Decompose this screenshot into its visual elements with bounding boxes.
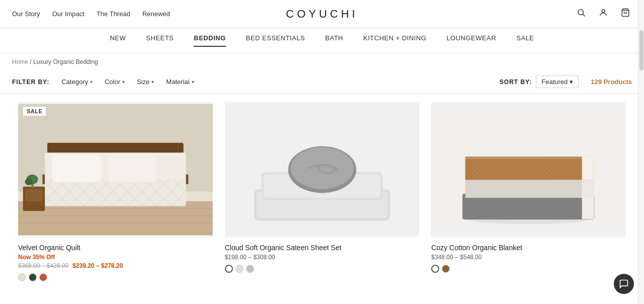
product-count: 129 Products (591, 78, 632, 86)
product-image-1: SALE (18, 102, 213, 238)
sale-badge: SALE (23, 107, 46, 116)
product-name-1: Velvet Organic Quilt (18, 244, 213, 252)
filter-size-label: Size (137, 78, 149, 86)
swatch-linen[interactable] (235, 265, 244, 273)
top-bar: Our Story Our Impact The Thread Renewed … (0, 0, 644, 28)
svg-point-2 (602, 10, 605, 13)
svg-rect-16 (52, 155, 101, 182)
svg-rect-42 (582, 157, 594, 180)
top-right-icons (575, 6, 632, 22)
svg-point-22 (25, 178, 33, 185)
product-image-svg-3 (431, 102, 626, 238)
main-nav: NEW SHEETS BEDDING BED ESSENTIALS BATH K… (0, 28, 644, 53)
swatch-white-2[interactable] (431, 265, 439, 273)
chevron-down-icon: ▾ (151, 79, 154, 85)
sort-label: SORT BY: (500, 79, 532, 86)
product-grid: SALE (0, 94, 644, 293)
product-image-svg-2 (225, 102, 420, 238)
svg-rect-43 (465, 157, 582, 159)
product-swatches-2 (225, 265, 420, 273)
product-image-3 (431, 102, 626, 238)
product-card-velvet-quilt[interactable]: SALE (12, 102, 219, 293)
product-sale-price-1: $239.20 – $278.20 (72, 262, 123, 269)
filter-material-label: Material (166, 78, 189, 86)
breadcrumb-home[interactable]: Home (12, 58, 28, 65)
sort-selected: Featured (541, 78, 568, 86)
svg-rect-15 (45, 179, 186, 206)
svg-point-30 (290, 147, 354, 189)
product-original-price-1: $368.00 – $428.00 (18, 262, 68, 269)
nav-item-sheets[interactable]: SHEETS (146, 34, 174, 47)
nav-link-the-thread[interactable]: The Thread (97, 10, 130, 18)
svg-line-1 (583, 14, 585, 16)
filter-size[interactable]: Size ▾ (133, 76, 158, 88)
scrollbar-track[interactable] (638, 0, 644, 293)
chat-button[interactable] (614, 274, 634, 293)
account-button[interactable] (597, 6, 610, 22)
nav-item-bed-essentials[interactable]: BED ESSENTIALS (246, 34, 305, 47)
filter-material[interactable]: Material ▾ (162, 76, 198, 88)
breadcrumb-current: Luxury Organic Bedding (33, 58, 98, 65)
chevron-down-icon: ▾ (192, 79, 194, 85)
product-sale-text-1: Now 35% Off (18, 254, 213, 261)
top-links: Our Story Our Impact The Thread Renewed (12, 10, 170, 18)
cart-icon (621, 8, 630, 17)
product-price-row-1: $368.00 – $428.00 $239.20 – $278.20 (18, 262, 213, 269)
filter-color-label: Color (105, 78, 120, 86)
product-name-2: Cloud Soft Organic Sateen Sheet Set (225, 244, 420, 252)
filter-color[interactable]: Color ▾ (101, 76, 129, 88)
filter-label: FILTER BY: (12, 79, 49, 86)
svg-rect-6 (18, 201, 213, 236)
product-image-2 (225, 102, 420, 238)
svg-rect-17 (108, 155, 157, 182)
swatch-caramel[interactable] (442, 265, 450, 273)
swatch-white[interactable] (225, 265, 233, 273)
product-card-sheet-set[interactable]: Cloud Soft Organic Sateen Sheet Set $198… (219, 102, 426, 293)
sort-section: SORT BY: Featured ▾ 129 Products (500, 75, 632, 88)
nav-link-renewed[interactable]: Renewed (142, 10, 170, 18)
nav-item-bedding[interactable]: BEDDING (194, 34, 225, 47)
cart-button[interactable] (619, 6, 632, 22)
product-image-svg-1 (18, 102, 213, 238)
filter-bar: FILTER BY: Category ▾ Color ▾ Size ▾ Mat… (0, 70, 644, 94)
nav-item-new[interactable]: NEW (110, 34, 126, 47)
account-icon (599, 8, 608, 17)
nav-item-loungewear[interactable]: LOUNGEWEAR (446, 34, 496, 47)
product-swatches-3 (431, 265, 626, 273)
scrollbar-thumb[interactable] (639, 30, 643, 70)
chat-icon (619, 279, 629, 289)
swatch-terracotta[interactable] (39, 273, 47, 281)
product-price-2: $198.00 – $308.00 (225, 254, 420, 261)
chevron-down-icon: ▾ (90, 79, 93, 85)
breadcrumb: Home / Luxury Organic Bedding (0, 53, 644, 70)
filter-category-label: Category (61, 78, 88, 86)
nav-item-kitchen-dining[interactable]: KITCHEN + DINING (363, 34, 426, 47)
product-swatches-1 (18, 273, 213, 281)
chevron-down-icon: ▾ (122, 79, 125, 85)
site-logo[interactable]: COYUCHI (286, 8, 358, 21)
swatch-natural[interactable] (18, 273, 26, 281)
product-name-3: Cozy Cotton Organic Blanket (431, 244, 626, 252)
swatch-forest[interactable] (29, 273, 37, 281)
nav-item-sale[interactable]: SALE (516, 34, 534, 47)
sort-dropdown[interactable]: Featured ▾ (536, 75, 579, 88)
svg-rect-41 (465, 157, 594, 180)
product-card-blanket[interactable]: Cozy Cotton Organic Blanket $348.00 – $5… (425, 102, 632, 293)
nav-link-our-impact[interactable]: Our Impact (52, 10, 85, 18)
svg-point-0 (578, 10, 584, 15)
search-button[interactable] (575, 6, 588, 22)
svg-rect-19 (25, 189, 42, 201)
filter-category[interactable]: Category ▾ (57, 76, 97, 88)
search-icon (577, 8, 586, 17)
swatch-silver[interactable] (246, 265, 254, 273)
chevron-down-icon: ▾ (570, 78, 573, 86)
product-price-3: $348.00 – $548.00 (431, 254, 626, 261)
nav-item-bath[interactable]: BATH (325, 34, 343, 47)
nav-link-our-story[interactable]: Our Story (12, 10, 40, 18)
